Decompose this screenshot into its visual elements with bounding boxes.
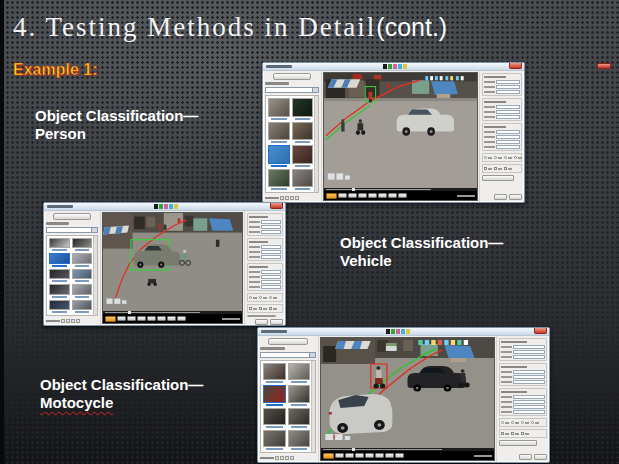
cancel-button[interactable] (509, 194, 522, 200)
player-button[interactable] (345, 453, 354, 458)
category-dropdown[interactable] (46, 227, 98, 233)
window-titlebar[interactable] (44, 203, 285, 211)
player-button[interactable] (388, 193, 397, 198)
player-button[interactable] (117, 316, 126, 321)
pager-button[interactable] (290, 456, 294, 460)
toolbar-icon[interactable] (388, 64, 392, 69)
player-button[interactable] (375, 453, 384, 458)
field-input[interactable] (513, 405, 545, 409)
thumbnail[interactable] (263, 385, 286, 405)
player-button[interactable] (127, 316, 136, 321)
field-input[interactable] (513, 375, 545, 379)
field-input[interactable] (496, 110, 520, 114)
check-button[interactable] (501, 432, 504, 435)
check-button[interactable] (494, 167, 497, 170)
window-titlebar[interactable] (263, 63, 524, 71)
thumbnail[interactable] (292, 122, 314, 144)
thumbnail[interactable] (72, 300, 93, 313)
thumbnail[interactable] (49, 253, 70, 266)
check-button[interactable] (249, 307, 252, 310)
player-button[interactable] (385, 453, 394, 458)
panel-button[interactable] (273, 73, 312, 80)
thumbnail[interactable] (49, 269, 70, 282)
thumbnail[interactable] (268, 145, 290, 167)
thumbnail[interactable] (268, 169, 290, 191)
check-button[interactable] (259, 307, 262, 310)
toolbar-icon[interactable] (393, 64, 397, 69)
field-input[interactable] (261, 250, 281, 254)
radio-button[interactable] (501, 421, 504, 424)
pager-button[interactable] (71, 319, 75, 323)
pager-button[interactable] (285, 196, 289, 200)
field-input[interactable] (513, 380, 545, 384)
thumbnail[interactable] (288, 385, 311, 405)
radio-button[interactable] (504, 156, 507, 159)
player-button[interactable] (398, 193, 407, 198)
cancel-button[interactable] (270, 319, 283, 325)
pager-button[interactable] (285, 456, 289, 460)
thumbnail[interactable] (263, 363, 286, 383)
check-button[interactable] (269, 307, 272, 310)
player-button[interactable] (326, 193, 337, 199)
close-icon[interactable] (534, 328, 547, 334)
field-input[interactable] (513, 395, 545, 399)
pager-button[interactable] (76, 319, 80, 323)
toolbar-icon[interactable] (154, 204, 158, 209)
thumbnail[interactable] (288, 363, 311, 383)
thumbnail[interactable] (72, 253, 93, 266)
thumbnail[interactable] (292, 145, 314, 167)
field-input[interactable] (513, 355, 545, 359)
field-input[interactable] (496, 140, 520, 144)
radio-button[interactable] (249, 296, 252, 299)
radio-button[interactable] (484, 156, 487, 159)
pager-button[interactable] (61, 319, 65, 323)
field-input[interactable] (513, 410, 545, 414)
ok-button[interactable] (519, 454, 532, 460)
thumbnail[interactable] (292, 98, 314, 120)
ok-button[interactable] (255, 319, 268, 325)
player-button[interactable] (365, 453, 374, 458)
field-input[interactable] (513, 345, 545, 349)
radio-button[interactable] (511, 421, 514, 424)
seek-bar[interactable] (324, 188, 477, 191)
thumbnail[interactable] (49, 284, 70, 297)
pager-button[interactable] (280, 456, 284, 460)
radio-button[interactable] (259, 296, 262, 299)
toolbar-icon[interactable] (169, 204, 173, 209)
player-button[interactable] (177, 316, 186, 321)
thumbnail[interactable] (72, 284, 93, 297)
player-button[interactable] (358, 193, 367, 198)
field-input[interactable] (496, 105, 520, 109)
check-button[interactable] (521, 432, 524, 435)
field-input[interactable] (513, 400, 545, 404)
player-button[interactable] (378, 193, 387, 198)
pager-button[interactable] (275, 456, 279, 460)
thumbnail[interactable] (49, 238, 70, 251)
apply-button[interactable] (499, 440, 537, 446)
field-input[interactable] (513, 370, 545, 374)
player-button[interactable] (348, 193, 357, 198)
apply-button[interactable] (247, 315, 276, 317)
thumbnail[interactable] (72, 238, 93, 251)
seek-bar[interactable] (321, 448, 494, 451)
radio-button[interactable] (514, 156, 517, 159)
toolbar-icon[interactable] (174, 204, 178, 209)
field-input[interactable] (261, 225, 281, 229)
category-dropdown[interactable] (265, 87, 319, 93)
seek-bar[interactable] (103, 311, 242, 314)
player-button[interactable] (157, 316, 166, 321)
ok-button[interactable] (494, 194, 507, 200)
toolbar-icon[interactable] (401, 329, 405, 334)
field-input[interactable] (261, 285, 281, 289)
radio-button[interactable] (521, 421, 524, 424)
toolbar-icon[interactable] (403, 64, 407, 69)
toolbar-icon[interactable] (406, 329, 410, 334)
window-titlebar[interactable] (258, 328, 549, 336)
thumbnail[interactable] (263, 430, 286, 450)
pager-button[interactable] (66, 319, 70, 323)
field-input[interactable] (496, 85, 520, 89)
toolbar-icon[interactable] (396, 329, 400, 334)
thumbnail[interactable] (263, 408, 286, 428)
player-button[interactable] (147, 316, 156, 321)
field-input[interactable] (261, 255, 281, 259)
